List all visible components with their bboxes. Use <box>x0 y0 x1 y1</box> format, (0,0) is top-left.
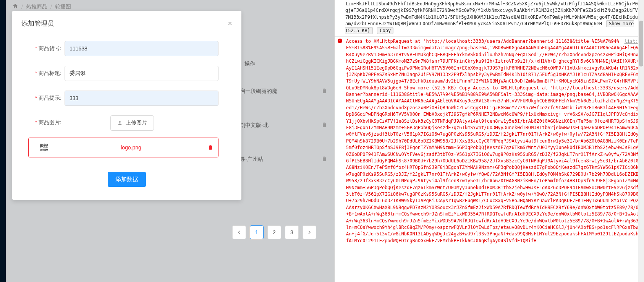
error-icon: × <box>338 39 342 43</box>
bg-table: 操作 启一段绚丽的魔 剧中文版-北 寻-广州站 <box>237 53 330 176</box>
table-header-op: 操作 <box>237 53 330 74</box>
table-row: 剧中文版-北 <box>237 108 330 142</box>
upload-button[interactable]: 上传图片 <box>110 115 154 131</box>
trash-icon[interactable] <box>321 88 327 95</box>
console-log-entry: Izm+RkJFltLISbn49dYFhftdBsEdJHnOygXFhRpp… <box>335 0 644 37</box>
add-admin-modal: 添加管理员 × *商品货号: *商品标题: *商品提示: *商品图片: <box>12 11 241 200</box>
pagination: 1 2 3 <box>232 225 316 239</box>
label-sku: *商品货号: <box>28 45 65 52</box>
label-hint: *商品提示: <box>28 95 65 102</box>
scrollbar-thumb[interactable] <box>639 21 643 66</box>
file-thumbnail: 聚橙 ange <box>33 142 55 153</box>
label-title: *商品标题: <box>28 70 65 77</box>
page-1[interactable]: 1 <box>250 225 264 239</box>
error-message: Access to XMLHttpRequest at 'http://loca… <box>338 38 641 244</box>
sku-input[interactable] <box>65 41 218 56</box>
modal-title: 添加管理员 <box>21 19 54 28</box>
page-3[interactable]: 3 <box>285 225 299 239</box>
close-icon[interactable]: × <box>228 19 232 28</box>
page-prev[interactable] <box>232 225 246 239</box>
copy-button[interactable]: Copy <box>377 27 393 34</box>
uploaded-file-box: 聚橙 ange logo.png <box>28 138 218 157</box>
app-left-panel: / 热推商品 / 轮播图 操作 启一段绚丽的魔 剧中文版-北 寻-广州站 1 2… <box>0 0 334 282</box>
trash-icon[interactable] <box>321 122 327 129</box>
upload-icon <box>117 120 123 126</box>
table-row: 启一段绚丽的魔 <box>237 74 330 108</box>
submit-button[interactable]: 添加数据 <box>108 172 146 187</box>
delete-file-button[interactable] <box>207 144 214 151</box>
title-input[interactable] <box>65 66 218 81</box>
page-next[interactable] <box>303 225 316 239</box>
hint-input[interactable] <box>65 91 218 106</box>
trash-icon[interactable] <box>321 156 327 163</box>
table-row: 寻-广州站 <box>237 142 330 176</box>
page-2[interactable]: 2 <box>267 225 281 239</box>
devtools-console: Izm+RkJFltLISbn49dYFhftdBsEdJHnOygXFhRpp… <box>334 0 644 282</box>
file-name: logo.png <box>55 144 207 151</box>
label-image: *商品图片: <box>28 115 65 126</box>
console-error-entry: × list:1 Access to XMLHttpRequest at 'ht… <box>335 37 644 246</box>
